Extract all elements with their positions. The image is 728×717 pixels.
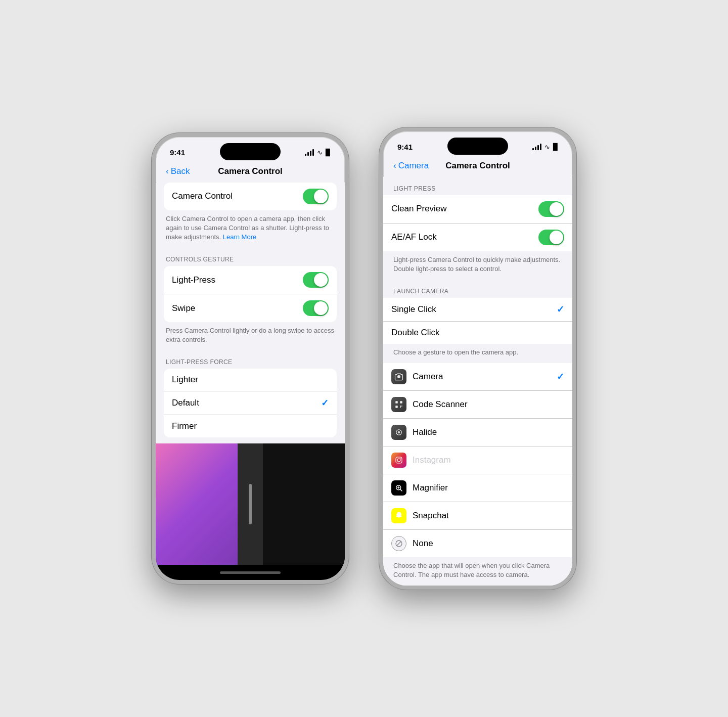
chevron-left-icon: ‹ <box>166 166 169 176</box>
swipe-label: Swipe <box>172 303 195 313</box>
preview-gradient <box>156 443 238 565</box>
aeaf-lock-row[interactable]: AE/AF Lock <box>383 223 572 251</box>
code-scanner-item: Code Scanner <box>391 397 564 412</box>
svg-line-17 <box>397 542 401 546</box>
halide-label: Halide <box>413 427 437 437</box>
default-row[interactable]: Default ✓ <box>164 391 337 415</box>
controls-gesture-description: Press Camera Control lightly or do a lon… <box>156 322 345 350</box>
time-right: 9:41 <box>397 143 413 151</box>
default-label: Default <box>172 398 199 408</box>
default-checkmark: ✓ <box>321 397 329 409</box>
camera-app-item: Camera <box>391 369 557 384</box>
code-scanner-icon <box>391 397 406 412</box>
light-press-force-group: Lighter Default ✓ Firmer <box>164 369 337 437</box>
dynamic-island-right <box>447 138 508 155</box>
chevron-left-icon-right: ‹ <box>393 161 396 171</box>
swipe-toggle[interactable] <box>303 300 329 316</box>
none-row[interactable]: None <box>383 530 572 557</box>
battery-icon-right: ▉ <box>553 143 558 151</box>
none-icon <box>391 536 406 551</box>
swipe-row[interactable]: Swipe <box>164 294 337 322</box>
controls-gesture-header: CONTROLS GESTURE <box>156 248 345 266</box>
camera-app-icon <box>391 369 406 384</box>
lighter-row[interactable]: Lighter <box>164 369 337 391</box>
back-label-left: Back <box>171 166 190 176</box>
home-indicator-left <box>156 565 345 580</box>
single-click-label: Single Click <box>391 304 436 315</box>
wifi-icon: ∿ <box>317 149 323 156</box>
aeaf-lock-toggle[interactable] <box>538 230 564 245</box>
light-press-label: Light-Press <box>172 275 215 285</box>
firmer-label: Firmer <box>172 421 197 431</box>
signal-icon <box>305 149 314 156</box>
svg-point-11 <box>400 458 401 459</box>
preview-center <box>238 443 263 565</box>
camera-app-label: Camera <box>413 372 443 382</box>
app-list-group: Camera ✓ <box>383 363 572 557</box>
clean-preview-toggle[interactable] <box>538 201 564 217</box>
instagram-row[interactable]: Instagram <box>383 446 572 474</box>
none-item: None <box>391 536 564 551</box>
light-press-group: Clean Preview AE/AF Lock <box>383 195 572 251</box>
svg-rect-4 <box>400 406 401 407</box>
launch-camera-group: Single Click ✓ Double Click <box>383 298 572 344</box>
nav-title-left: Camera Control <box>218 166 283 176</box>
svg-rect-6 <box>400 407 401 408</box>
launch-camera-description: Choose a gesture to open the camera app. <box>383 344 572 363</box>
preview-dark <box>263 443 345 565</box>
light-press-description: Light-press Camera Control to quickly ma… <box>383 251 572 280</box>
instagram-icon <box>391 453 406 468</box>
signal-icon-right <box>532 144 541 150</box>
none-label: None <box>413 539 433 549</box>
magnifier-label: Magnifier <box>413 483 448 493</box>
home-bar-left <box>220 571 281 574</box>
snapchat-item: Snapchat <box>391 508 564 523</box>
camera-checkmark: ✓ <box>557 371 564 382</box>
aeaf-lock-label: AE/AF Lock <box>391 232 437 242</box>
svg-rect-3 <box>395 406 398 408</box>
double-click-label: Double Click <box>391 328 439 338</box>
back-button-right[interactable]: ‹ Camera <box>393 161 429 171</box>
firmer-row[interactable]: Firmer <box>164 415 337 437</box>
halide-row[interactable]: Halide <box>383 419 572 446</box>
svg-rect-1 <box>395 401 398 404</box>
halide-item: Halide <box>391 425 564 440</box>
snapchat-label: Snapchat <box>413 511 449 521</box>
time-left: 9:41 <box>170 148 185 157</box>
svg-point-10 <box>397 459 400 462</box>
learn-more-link[interactable]: Learn More <box>223 233 256 241</box>
camera-control-label: Camera Control <box>172 191 233 201</box>
nav-title-right: Camera Control <box>445 161 510 171</box>
light-press-row[interactable]: Light-Press <box>164 266 337 294</box>
battery-icon: ▉ <box>326 149 331 156</box>
back-button-left[interactable]: ‹ Back <box>166 166 190 176</box>
snapchat-row[interactable]: Snapchat <box>383 502 572 530</box>
camera-control-row[interactable]: Camera Control <box>164 183 337 210</box>
snapchat-icon <box>391 508 406 523</box>
status-icons-right: ∿ ▉ <box>532 143 558 151</box>
back-label-right: Camera <box>398 161 429 171</box>
svg-rect-2 <box>400 401 402 404</box>
svg-line-13 <box>400 489 402 491</box>
code-scanner-row[interactable]: Code Scanner <box>383 391 572 419</box>
camera-control-toggle[interactable] <box>303 189 329 204</box>
double-click-row[interactable]: Double Click <box>383 322 572 344</box>
single-click-row[interactable]: Single Click ✓ <box>383 298 572 322</box>
right-phone: 9:41 ∿ ▉ ‹ Camera Camera Control LIGHT P… <box>379 127 576 590</box>
svg-point-0 <box>397 375 400 378</box>
magnifier-row[interactable]: Magnifier <box>383 474 572 502</box>
preview-slider <box>249 484 252 524</box>
nav-bar-left: ‹ Back Camera Control <box>156 164 345 183</box>
light-press-section-header: LIGHT PRESS <box>383 177 572 195</box>
camera-preview <box>156 443 345 565</box>
magnifier-item: Magnifier <box>391 480 564 496</box>
code-scanner-label: Code Scanner <box>413 399 468 410</box>
launch-camera-header: LAUNCH CAMERA <box>383 280 572 298</box>
single-click-checkmark: ✓ <box>557 304 564 315</box>
light-press-toggle[interactable] <box>303 272 329 288</box>
camera-app-row[interactable]: Camera ✓ <box>383 363 572 391</box>
clean-preview-row[interactable]: Clean Preview <box>383 195 572 223</box>
screen-content-left: Camera Control Click Camera Control to o… <box>156 183 345 580</box>
svg-rect-5 <box>401 406 402 407</box>
dynamic-island <box>220 143 281 160</box>
